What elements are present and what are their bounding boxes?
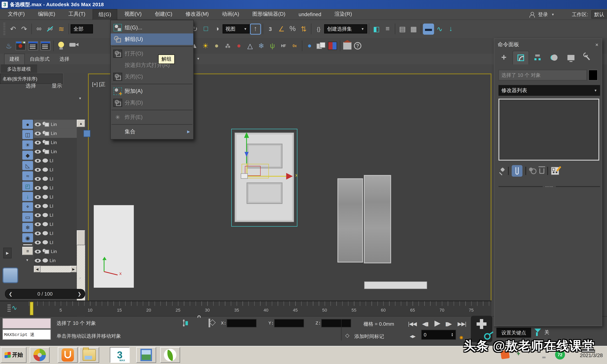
named-selection-sets-dropdown[interactable]: 创建选择集 xyxy=(324,24,367,34)
menu-item-7[interactable]: 附加(A) xyxy=(111,85,193,97)
make-unique-icon[interactable] xyxy=(529,168,537,174)
select-and-scale-button[interactable] xyxy=(200,23,211,34)
key-filter-label[interactable]: 关 xyxy=(544,329,549,336)
taskbar-item-image-viewer[interactable] xyxy=(136,347,156,363)
visibility-eye-icon[interactable] xyxy=(35,131,41,135)
key-filter-icon[interactable] xyxy=(534,328,542,337)
material-editor-icon[interactable] xyxy=(16,41,26,50)
unlink-selection-icon[interactable] xyxy=(45,23,56,34)
layer-manager-button[interactable] xyxy=(397,23,408,34)
x-coordinate-field[interactable] xyxy=(227,319,257,327)
go-to-start-button[interactable] xyxy=(408,318,416,329)
absolute-offset-icon[interactable] xyxy=(209,319,210,327)
align-button[interactable] xyxy=(382,23,393,34)
explorer-row-13[interactable]: LI xyxy=(34,238,77,247)
ox-tool-icon[interactable]: 0x xyxy=(289,40,300,52)
blue-sphere-icon[interactable] xyxy=(304,40,315,52)
start-button[interactable]: 开始 xyxy=(1,347,26,363)
visibility-eye-icon[interactable] xyxy=(35,231,41,235)
snowflake-icon[interactable] xyxy=(256,40,267,52)
explorer-row-4[interactable]: LI xyxy=(34,156,77,165)
filter-particles-icon[interactable] xyxy=(22,223,33,232)
explorer-more-filters-icon[interactable] xyxy=(26,259,29,262)
taskbar-item-ucbrowser[interactable] xyxy=(58,347,78,363)
visibility-eye-icon[interactable] xyxy=(35,204,41,208)
explorer-row-11[interactable]: LI xyxy=(34,220,77,229)
menu-item-1[interactable]: 解组(U) xyxy=(111,34,193,45)
menubar-item-1[interactable]: 编辑(E) xyxy=(32,9,61,19)
polygon-modeling-panel-label[interactable]: 多边形建模 xyxy=(1,65,37,74)
maxscript-listener[interactable]: MAXScript 迷 xyxy=(2,329,51,340)
command-panel-close-icon[interactable]: × xyxy=(595,41,598,48)
edit-named-selections-button[interactable]: {} xyxy=(313,23,324,34)
use-pivot-center-button[interactable] xyxy=(250,23,261,34)
menubar-item-9[interactable]: undefined xyxy=(292,10,327,19)
current-frame-field[interactable]: 0 xyxy=(421,330,456,340)
time-ruler[interactable]: 51015202530354045505560657075 xyxy=(26,301,491,316)
modifier-stack[interactable] xyxy=(499,99,599,160)
docked-mini-icon[interactable] xyxy=(83,130,91,137)
visibility-eye-icon[interactable] xyxy=(35,159,41,162)
explorer-row-9[interactable]: LI xyxy=(34,201,77,210)
filter-groups-icon[interactable] xyxy=(22,182,33,191)
angle-snap-button[interactable] xyxy=(276,23,287,34)
explorer-row-8[interactable]: LI xyxy=(34,192,77,201)
filter-shapes-icon[interactable] xyxy=(22,130,33,139)
next-frame-button[interactable] xyxy=(445,318,451,329)
explorer-row-0[interactable]: Lin xyxy=(34,120,77,129)
environment-dialog-icon[interactable] xyxy=(40,41,50,50)
mirror-button[interactable] xyxy=(371,23,382,34)
window-object[interactable] xyxy=(337,175,391,262)
windows-pair-icon[interactable] xyxy=(316,42,326,50)
tab-modify[interactable] xyxy=(513,51,529,64)
visibility-eye-icon[interactable] xyxy=(35,240,41,244)
curve-editor-button[interactable] xyxy=(434,23,445,34)
explorer-row-5[interactable]: LI xyxy=(34,165,77,174)
explorer-tab-select[interactable]: 选择 xyxy=(26,82,36,90)
pyramid-icon[interactable] xyxy=(245,40,256,52)
z-coordinate-field[interactable] xyxy=(321,319,351,327)
previous-frame-button[interactable] xyxy=(422,318,428,329)
explorer-corner-dropdown-icon[interactable] xyxy=(79,276,82,280)
filter-cameras-icon[interactable] xyxy=(22,151,33,160)
visibility-eye-icon[interactable] xyxy=(35,150,41,153)
gizmo-z-arrow-icon[interactable] xyxy=(245,152,249,157)
menubar-item-6[interactable]: 修改器(M) xyxy=(179,9,215,19)
explorer-row-1[interactable]: Lin xyxy=(34,129,77,138)
rollout-divider[interactable] xyxy=(499,185,600,188)
visibility-eye-icon[interactable] xyxy=(35,213,41,217)
explorer-row-2[interactable]: Lin xyxy=(34,138,77,147)
remove-modifier-icon[interactable] xyxy=(539,168,544,173)
menu-item-12[interactable]: 集合 xyxy=(111,126,193,137)
tab-motion[interactable] xyxy=(546,51,562,64)
tab-display[interactable] xyxy=(563,51,579,64)
visibility-eye-icon[interactable] xyxy=(35,222,41,226)
scroll-left-icon[interactable] xyxy=(34,266,40,273)
menubar-item-8[interactable]: 图形编辑器(D) xyxy=(246,9,292,19)
visibility-eye-icon[interactable] xyxy=(35,186,41,190)
explorer-row-7[interactable]: LI xyxy=(34,183,77,192)
filter-visibility-icon[interactable] xyxy=(22,233,33,242)
select-and-link-icon[interactable] xyxy=(34,23,45,34)
prev-frame-icon[interactable] xyxy=(9,291,12,297)
maxscript-pink-field[interactable] xyxy=(2,318,51,329)
explorer-list-mode-button[interactable] xyxy=(22,247,33,255)
taskbar-item-360[interactable] xyxy=(30,347,50,363)
viewport-layout-thumbnail[interactable] xyxy=(2,267,18,283)
gizmo-y-arrow-icon[interactable] xyxy=(244,132,249,138)
modifier-list-dropdown[interactable]: 修改器列表 xyxy=(499,85,600,96)
light-lister-icon[interactable] xyxy=(58,42,64,50)
plank-object[interactable] xyxy=(364,282,427,289)
pin-stack-icon[interactable] xyxy=(499,168,505,174)
filter-helpers-icon[interactable] xyxy=(22,161,33,170)
menubar-item-0[interactable]: 文件(F) xyxy=(2,9,31,19)
filter-spacewarps-icon[interactable] xyxy=(22,171,33,181)
tab-utilities[interactable] xyxy=(580,51,595,64)
scene-explorer-button[interactable] xyxy=(408,23,419,34)
menubar-item-10[interactable]: 渲染(R) xyxy=(328,9,358,19)
panel-expand-button[interactable] xyxy=(3,248,12,258)
scroll-thumb[interactable] xyxy=(77,230,85,245)
workspace-dropdown[interactable]: 默认 xyxy=(592,10,607,19)
explorer-tab-display[interactable]: 显示 xyxy=(52,82,62,90)
menubar-item-3[interactable]: 组(G) xyxy=(92,9,117,20)
